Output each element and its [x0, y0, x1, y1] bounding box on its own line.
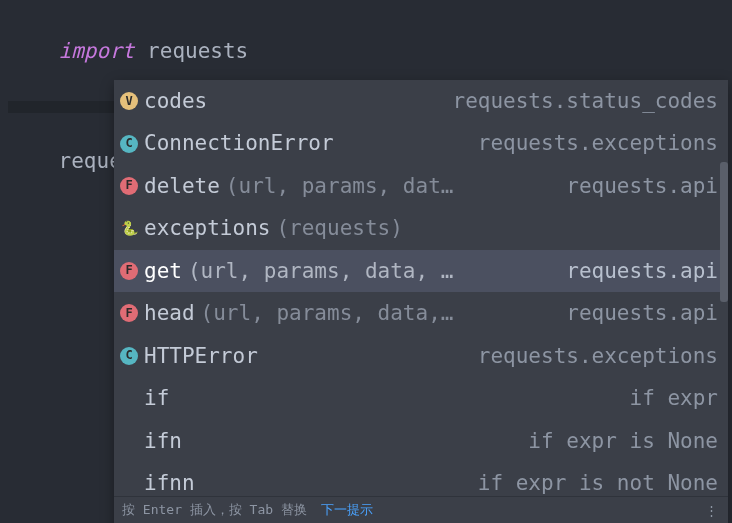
kind-badge-icon: [120, 389, 138, 407]
completion-detail: requests.api: [566, 171, 718, 201]
completion-name: if: [144, 383, 169, 413]
completion-detail: if expr: [629, 383, 718, 413]
kind-badge-icon: C: [120, 135, 138, 153]
next-tip-link[interactable]: 下一提示: [321, 502, 373, 517]
completion-detail: requests.exceptions: [478, 341, 718, 371]
completion-left: Fhead(url, params, data,…: [120, 298, 558, 328]
kind-badge-icon: 🐍: [120, 220, 138, 238]
completion-name: exceptions: [144, 213, 270, 243]
completion-item[interactable]: 🐍exceptions(requests): [114, 207, 728, 249]
completion-name: HTTPError: [144, 341, 258, 371]
completion-detail: requests.status_codes: [452, 86, 718, 116]
completion-name: head: [144, 298, 195, 328]
completion-item[interactable]: CConnectionErrorrequests.exceptions: [114, 122, 728, 164]
completion-item[interactable]: CHTTPErrorrequests.exceptions: [114, 335, 728, 377]
completion-left: Fdelete(url, params, dat…: [120, 171, 558, 201]
kind-badge-icon: V: [120, 92, 138, 110]
completion-detail: requests.exceptions: [478, 128, 718, 158]
completion-detail: requests.api: [566, 256, 718, 286]
completion-params: (url, params, data, …: [188, 256, 454, 286]
completion-left: CHTTPError: [120, 341, 470, 371]
completion-item[interactable]: Fget(url, params, data, …requests.api: [114, 250, 728, 292]
completion-params: (url, params, data,…: [201, 298, 454, 328]
popup-footer: 按 Enter 插入，按 Tab 替换 下一提示 ⋮: [114, 496, 728, 523]
completion-detail: if expr is None: [528, 426, 718, 456]
kind-badge-icon: [120, 474, 138, 492]
completion-params: (requests): [276, 213, 402, 243]
completion-name: ConnectionError: [144, 128, 334, 158]
completion-name: codes: [144, 86, 207, 116]
completion-name: ifn: [144, 426, 182, 456]
completion-name: ifnn: [144, 468, 195, 498]
keyword-import: import: [59, 39, 135, 63]
footer-hint: 按 Enter 插入，按 Tab 替换: [122, 502, 307, 517]
kind-badge-icon: [120, 432, 138, 450]
completion-left: CConnectionError: [120, 128, 470, 158]
kind-badge-icon: F: [120, 177, 138, 195]
more-menu-icon[interactable]: ⋮: [705, 503, 720, 518]
completion-left: 🐍exceptions(requests): [120, 213, 710, 243]
completion-detail: if expr is not None: [478, 468, 718, 498]
completion-item[interactable]: Vcodesrequests.status_codes: [114, 80, 728, 122]
completion-left: Vcodes: [120, 86, 444, 116]
kind-badge-icon: F: [120, 262, 138, 280]
completion-left: ifn: [120, 426, 520, 456]
autocomplete-popup[interactable]: Vcodesrequests.status_codesCConnectionEr…: [114, 80, 728, 523]
completion-name: get: [144, 256, 182, 286]
scrollbar-thumb[interactable]: [720, 162, 728, 302]
completion-item[interactable]: ifnif expr is None: [114, 420, 728, 462]
completion-left: Fget(url, params, data, …: [120, 256, 558, 286]
completion-name: delete: [144, 171, 220, 201]
kind-badge-icon: C: [120, 347, 138, 365]
completion-item[interactable]: ifif expr: [114, 377, 728, 419]
completion-detail: requests.api: [566, 298, 718, 328]
completion-item[interactable]: Fhead(url, params, data,…requests.api: [114, 292, 728, 334]
module-name: requests: [147, 39, 248, 63]
completion-params: (url, params, dat…: [226, 171, 454, 201]
completion-item[interactable]: Fdelete(url, params, dat…requests.api: [114, 165, 728, 207]
completion-left: ifnn: [120, 468, 470, 498]
kind-badge-icon: F: [120, 304, 138, 322]
completion-left: if: [120, 383, 621, 413]
